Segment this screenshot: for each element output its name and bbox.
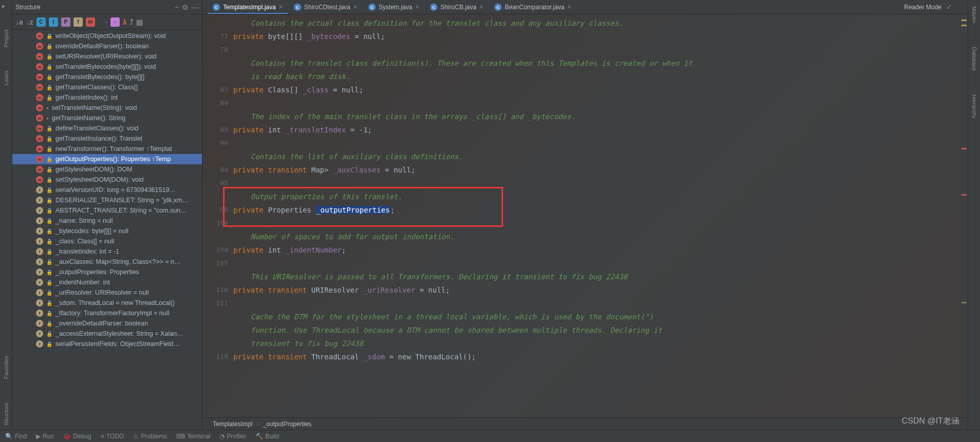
code-body[interactable]: Contains the actual class definition for… [233,14,968,417]
problems-tool[interactable]: ⚠ Problems [133,433,167,440]
code-line[interactable]: Output properties of this translet. [233,190,968,203]
code-line[interactable] [233,137,968,150]
structure-item[interactable]: f🔒_overrideDefaultParser: boolean [12,318,202,329]
structure-item[interactable]: m🔒defineTransletClasses(): void [12,123,202,133]
build-tool[interactable]: 🔨 Build [255,433,279,440]
filter-dot-icon[interactable]: · [105,17,107,27]
editor-tab[interactable]: CBeanComparator.java× [489,2,576,14]
code-line[interactable]: is read back from disk. [233,70,968,83]
expand-icon[interactable]: ⤴ [130,17,133,27]
structure-item[interactable]: f🔒DESERIALIZE_TRANSLET: String = "jdk.xm… [12,195,202,205]
todo-tool[interactable]: ≡ TODO [101,433,124,440]
filter-interface-icon[interactable]: I [49,17,58,27]
structure-item[interactable]: f🔒_accessExternalStylesheet: String = Xa… [12,329,202,339]
structure-item[interactable]: m🔒getTransletIndex(): int [12,92,202,103]
code-line[interactable]: private transient Map> _auxClasses = nul… [233,163,968,177]
code-line[interactable]: Number of spaces to add for output inden… [233,230,968,243]
code-editor[interactable]: 777883848990949599100104105110111119 Con… [202,14,968,417]
structure-item[interactable]: f🔒_bytecodes: byte[][] = null [12,226,202,236]
code-line[interactable]: private transient URIResolver _uriResolv… [233,283,968,297]
code-line[interactable]: Contains the actual class definition for… [233,16,968,30]
structure-item[interactable]: m🔒getTransletClasses(): Class[] [12,82,202,92]
sort-za-icon[interactable]: ↓z [26,17,33,27]
project-tab[interactable]: Project [2,26,10,51]
structure-item[interactable]: f🔒serialVersionUID: long = 673094361519… [12,185,202,195]
code-line[interactable]: private int _indentNumber; [233,243,968,257]
code-line[interactable]: private Class[] _class = null; [233,83,968,97]
terminal-tool[interactable]: ⌨ Terminal [176,433,210,440]
structure-item[interactable]: f🔒_auxClasses: Map<String, Class<?>> = n… [12,257,202,267]
gear-icon[interactable]: ⚙ [182,3,189,11]
structure-tree[interactable]: m🔒writeObject(ObjectOutputStream): voidm… [12,30,202,430]
code-line[interactable]: The index of the main translet class in … [233,110,968,123]
code-line[interactable]: private transient ThreadLocal _sdom = ne… [233,350,968,363]
structure-item[interactable]: f🔒ABSTRACT_TRANSLET: String = "com.sun… [12,205,202,216]
code-line[interactable] [233,257,968,270]
structure-item[interactable]: m🔒setURIResolver(URIResolver): void [12,51,202,62]
debug-tool[interactable]: 🐞 Debug [63,433,91,440]
structure-item[interactable]: f🔒serialPersistentFields: ObjectStreamFi… [12,339,202,349]
structure-item[interactable]: f🔒_uriResolver: URIResolver = null [12,287,202,298]
code-line[interactable]: Contains the translet class definition(s… [233,56,968,70]
structure-item[interactable]: f🔒_sdom: ThreadLocal = new ThreadLocal() [12,298,202,308]
hierarchy-tab[interactable]: Hierarchy [970,90,978,123]
code-line[interactable]: This URIResolver is passed to all Transf… [233,270,968,283]
structure-item[interactable]: m🔒getStylesheetDOM(): DOM [12,164,202,175]
database-tab[interactable]: Database [970,43,978,75]
view-icon[interactable]: ▤ [136,17,143,27]
code-line[interactable]: transient to fix bug 22438 [233,337,968,350]
sort-alpha-icon[interactable]: ↓a [15,17,23,27]
collapse-icon[interactable]: − [175,3,179,11]
breadcrumb-member[interactable]: _outputProperties [263,420,311,428]
filter-circle-icon[interactable]: ○ [110,17,120,27]
minimap[interactable] [960,14,968,417]
close-icon[interactable]: × [479,4,483,11]
hide-icon[interactable]: — [192,3,199,11]
profiler-tool[interactable]: ◔ Profiler [219,433,246,440]
reader-mode-indicator[interactable]: Reader Mode ✓ [904,2,952,12]
code-line[interactable]: private byte[][] _bytecodes = null; [233,30,968,43]
structure-item[interactable]: m🔒setTransletBytecodes(byte[][]): void [12,62,202,72]
code-line[interactable]: private Properties _outputProperties; [233,203,968,217]
structure-item[interactable]: m●setTransletName(String): void [12,103,202,113]
close-icon[interactable]: × [567,4,571,11]
code-line[interactable]: Contains the list of auxiliary class def… [233,150,968,163]
editor-tab[interactable]: CTemplatesImpl.java× [208,2,288,14]
code-line[interactable] [233,97,968,110]
structure-item[interactable]: f🔒_outputProperties: Properties [12,267,202,277]
structure-item[interactable]: m🔒getOutputProperties(): Properties ↑Tem… [12,154,202,164]
code-line[interactable] [233,177,968,190]
structure-item[interactable]: f🔒_tfactory: TransformerFactoryImpl = nu… [12,308,202,318]
close-icon[interactable]: × [354,4,357,11]
maven-tab[interactable]: Maven [970,2,978,27]
structure-item[interactable]: m🔒getTransletBytecodes(): byte[][] [12,72,202,82]
editor-tab[interactable]: CSystem.java× [363,2,424,14]
favorites-tab[interactable]: Favorites [2,352,10,383]
structure-item[interactable]: f🔒_name: String = null [12,216,202,226]
structure-item[interactable]: m●getTransletName(): String [12,113,202,123]
code-line[interactable]: Cache the DTM for the stylesheet in a th… [233,310,968,323]
code-line[interactable]: private int _transletIndex = -1; [233,123,968,137]
learn-tab[interactable]: Learn [2,67,10,89]
breadcrumb[interactable]: TemplatesImpl › _outputProperties [202,417,968,430]
structure-item[interactable]: m🔒newTransformer(): Transformer ↑Templat [12,144,202,154]
structure-item[interactable]: m🔒overrideDefaultParser(): boolean [12,41,202,51]
filter-property-icon[interactable]: P [61,17,70,27]
structure-tab[interactable]: Structure [2,398,10,430]
run-tool[interactable]: ▶ Run [36,433,54,440]
project-icon[interactable]: ▸ [2,2,10,10]
close-icon[interactable]: × [279,4,283,11]
filter-method-icon[interactable]: m [86,17,95,27]
code-line[interactable] [233,297,968,310]
structure-item[interactable]: f🔒_transletIndex: int = -1 [12,246,202,257]
code-line[interactable]: function. Use ThreadLocal because a DTM … [233,323,968,337]
find-tool[interactable]: 🔍 Find [5,433,27,440]
filter-field-icon[interactable]: f [73,17,83,27]
structure-item[interactable]: f🔒_indentNumber: int [12,277,202,287]
structure-item[interactable]: m🔒writeObject(ObjectOutputStream): void [12,31,202,41]
editor-tab[interactable]: CShiroCB.java× [425,2,488,14]
close-icon[interactable]: × [415,4,419,11]
structure-item[interactable]: f🔒_class: Class[] = null [12,236,202,246]
filter-class-icon[interactable]: C [36,17,46,27]
editor-tab[interactable]: CShiroCDtest.java× [289,2,362,14]
